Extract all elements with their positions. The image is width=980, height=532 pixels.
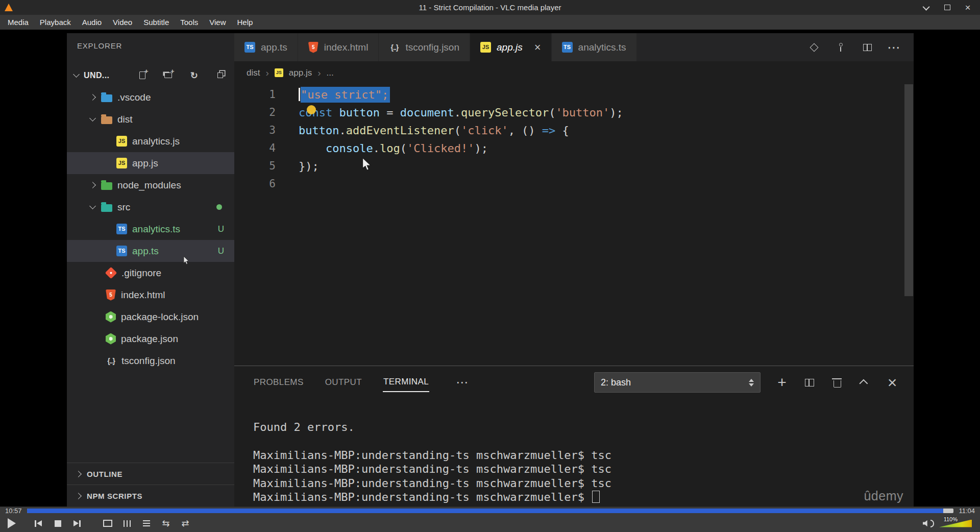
- html-file-icon: 5: [308, 42, 318, 53]
- tab-app.ts[interactable]: TSapp.ts: [234, 33, 298, 61]
- tree-item-package.json[interactable]: package.json: [67, 328, 234, 350]
- code-token: .: [373, 142, 380, 155]
- code-token: log: [380, 142, 400, 155]
- new-file-icon[interactable]: [137, 70, 147, 80]
- random-button[interactable]: [179, 517, 192, 529]
- volume-group: 110%: [922, 517, 975, 529]
- menu-playback[interactable]: Playback: [34, 16, 77, 29]
- menu-help[interactable]: Help: [232, 16, 259, 29]
- menu-video[interactable]: Video: [107, 16, 138, 29]
- tree-item-.gitignore[interactable]: .gitignore: [67, 262, 234, 284]
- code-token: , (): [508, 124, 542, 137]
- refresh-icon[interactable]: [189, 70, 199, 80]
- menu-subtitle[interactable]: Subtitle: [138, 16, 175, 29]
- split-editor-icon[interactable]: [862, 42, 873, 53]
- speaker-icon[interactable]: [922, 517, 935, 529]
- fullscreen-button[interactable]: [101, 517, 114, 529]
- tab-tsconfig.json[interactable]: {..}tsconfig.json: [379, 33, 470, 61]
- breadcrumb-separator-icon: ›: [317, 67, 321, 79]
- editor-actions: [808, 33, 914, 61]
- next-button[interactable]: [70, 517, 84, 529]
- tree-item-tsconfig.json[interactable]: {..}tsconfig.json: [67, 350, 234, 372]
- code-token: [299, 142, 326, 155]
- code-token: 'button': [555, 106, 609, 119]
- tab-index.html[interactable]: 5index.html: [298, 33, 379, 61]
- tree-item-.vscode[interactable]: .vscode: [67, 86, 234, 108]
- vlc-logo-icon: [5, 4, 13, 11]
- loop-button[interactable]: [159, 517, 173, 529]
- tree-item-analytics.js[interactable]: JSanalytics.js: [67, 130, 234, 152]
- file-label: app.ts: [132, 246, 159, 257]
- breadcrumb-item[interactable]: ...: [327, 68, 334, 78]
- code-token: {: [555, 124, 569, 137]
- npm-file-icon: [106, 311, 116, 323]
- tree-item-analytics.ts[interactable]: TSanalytics.tsU: [67, 218, 234, 240]
- tree-item-app.js[interactable]: JSapp.js: [67, 152, 234, 174]
- panel-more-icon[interactable]: ⋯: [456, 380, 468, 385]
- tree-item-index.html[interactable]: 5index.html: [67, 284, 234, 306]
- new-terminal-icon[interactable]: [776, 376, 788, 389]
- tree-item-dist[interactable]: dist: [67, 108, 234, 130]
- playlist-button[interactable]: [140, 517, 153, 529]
- editor-scrollbar[interactable]: [904, 84, 913, 296]
- new-folder-icon[interactable]: [163, 70, 173, 80]
- tree-item-package-lock.json[interactable]: package-lock.json: [67, 306, 234, 328]
- code-line: 6: [234, 175, 914, 193]
- previous-button[interactable]: [32, 517, 45, 529]
- play-button[interactable]: [5, 517, 18, 529]
- git-branch-icon[interactable]: [835, 42, 846, 53]
- split-terminal-icon[interactable]: [803, 376, 816, 389]
- panel-tab-problems[interactable]: PROBLEMS: [253, 373, 304, 392]
- video-area[interactable]: EXPLORER UND... .vscodedistJSanalytics.j…: [0, 30, 980, 506]
- udemy-watermark: ûdemy: [864, 489, 903, 503]
- collapse-folders-icon[interactable]: [215, 70, 225, 80]
- menu-view[interactable]: View: [204, 16, 231, 29]
- volume-label: 110%: [944, 516, 958, 522]
- code-token: (: [454, 124, 461, 137]
- ts-file-icon: TS: [116, 246, 127, 256]
- file-label: index.html: [121, 289, 165, 301]
- tree-item-app.ts[interactable]: TSapp.tsU: [67, 240, 234, 262]
- code-editor[interactable]: 1"use strict";2const button = document.q…: [234, 84, 914, 366]
- shell-selector-value: 2: bash: [601, 377, 631, 388]
- close-panel-icon[interactable]: [886, 376, 898, 389]
- folder-vscode-icon: [101, 94, 112, 102]
- tab-analytics.ts[interactable]: TSanalytics.ts: [552, 33, 637, 61]
- close-button[interactable]: [964, 4, 972, 12]
- menu-media[interactable]: Media: [2, 16, 34, 29]
- chevron-right-icon: [89, 94, 96, 101]
- tree-item-src[interactable]: src: [67, 196, 234, 218]
- terminal-line: Maximilians-MBP:understanding-ts mschwar…: [253, 490, 611, 504]
- tree-item-node_modules[interactable]: node_modules: [67, 174, 234, 196]
- chevron-down-icon: [73, 71, 80, 78]
- panel-tab-terminal[interactable]: TERMINAL: [383, 373, 429, 392]
- section-outline[interactable]: OUTLINE: [67, 463, 234, 485]
- menu-tools[interactable]: Tools: [175, 16, 204, 29]
- seek-row: 10:57 11:04: [0, 506, 980, 515]
- maximize-button[interactable]: [943, 4, 951, 12]
- extended-settings-button[interactable]: [120, 517, 134, 529]
- file-label: package.json: [121, 333, 178, 345]
- chevron-right-icon: [75, 493, 82, 499]
- breadcrumb-item[interactable]: app.js: [289, 68, 312, 78]
- more-actions-icon[interactable]: [888, 42, 899, 53]
- breadcrumb-item[interactable]: dist: [247, 68, 260, 78]
- workspace-header[interactable]: UND...: [67, 64, 234, 86]
- title-bar: 11 - Strict Compilation - VLC media play…: [0, 0, 980, 15]
- terminal-output[interactable]: Found 2 errors. Maximilians-MBP:understa…: [253, 420, 611, 504]
- close-tab-icon[interactable]: ×: [534, 42, 541, 53]
- stop-button[interactable]: [51, 517, 64, 529]
- section-npm-scripts[interactable]: NPM SCRIPTS: [67, 485, 234, 506]
- maximize-panel-icon[interactable]: [859, 376, 871, 389]
- open-changes-icon[interactable]: [808, 42, 820, 53]
- section-label: NPM SCRIPTS: [87, 492, 142, 500]
- menu-audio[interactable]: Audio: [77, 16, 107, 29]
- minimize-button[interactable]: [923, 4, 931, 12]
- kill-terminal-icon[interactable]: [831, 376, 843, 389]
- seek-bar[interactable]: [27, 509, 954, 513]
- code-text: "use strict";: [299, 86, 390, 104]
- panel-tab-output[interactable]: OUTPUT: [325, 373, 362, 392]
- shell-selector[interactable]: 2: bash: [594, 372, 761, 393]
- explorer-sidebar: EXPLORER UND... .vscodedistJSanalytics.j…: [67, 33, 234, 506]
- tab-app.js[interactable]: JSapp.js×: [470, 33, 552, 61]
